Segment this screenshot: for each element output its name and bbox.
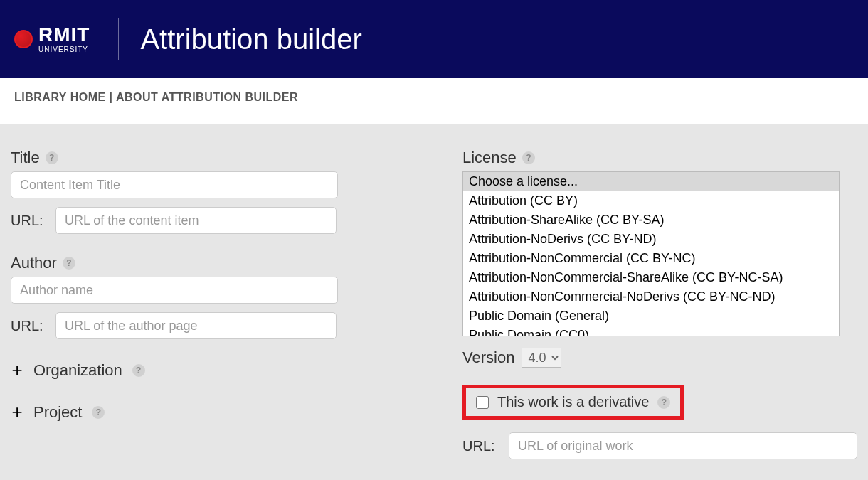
url-label: URL: (11, 213, 50, 229)
plus-icon[interactable]: + (11, 401, 23, 423)
help-icon[interactable]: ? (522, 151, 535, 164)
organization-label: Organization (33, 361, 122, 380)
license-select[interactable]: Choose a license...Attribution (CC BY)At… (462, 171, 840, 336)
plus-icon[interactable]: + (11, 359, 23, 381)
derivative-url-row: URL: (462, 432, 857, 459)
license-option[interactable]: Attribution-NoDerivs (CC BY-ND) (463, 230, 839, 249)
project-expand[interactable]: + Project ? (11, 401, 406, 423)
breadcrumb: LIBRARY HOME | ABOUT ATTRIBUTION BUILDER (0, 78, 868, 117)
logo-icon (14, 30, 33, 48)
author-url-row: URL: (11, 312, 406, 339)
version-row: Version 4.0 (462, 348, 857, 368)
derivative-checkbox-box: This work is a derivative ? (462, 385, 684, 420)
license-option[interactable]: Attribution-ShareAlike (CC BY-SA) (463, 210, 839, 230)
page-title: Attribution builder (140, 23, 361, 55)
author-label: Author (11, 254, 57, 272)
title-label: Title (11, 149, 40, 167)
project-label: Project (33, 403, 82, 422)
version-label: Version (462, 348, 514, 367)
form-area: Title ? URL: Author ? URL: + Organizatio… (0, 124, 868, 480)
url-label: URL: (462, 438, 502, 454)
logo[interactable]: RMIT UNIVERSITY (14, 25, 90, 53)
derivative-checkbox[interactable] (476, 396, 489, 409)
license-option[interactable]: Attribution-NonCommercial (CC BY-NC) (463, 249, 839, 268)
derivative-url-input[interactable] (509, 432, 857, 459)
license-option[interactable]: Attribution (CC BY) (463, 191, 839, 210)
license-label-row: License ? (462, 149, 857, 167)
help-icon[interactable]: ? (657, 396, 670, 409)
license-label: License (462, 149, 517, 167)
title-label-row: Title ? (11, 149, 406, 167)
logo-name: RMIT (38, 25, 90, 45)
title-url-row: URL: (11, 207, 406, 234)
title-input[interactable] (11, 171, 338, 198)
left-column: Title ? URL: Author ? URL: + Organizatio… (11, 149, 406, 459)
logo-sub: UNIVERSITY (38, 46, 90, 53)
breadcrumb-home-link[interactable]: LIBRARY HOME (14, 91, 106, 103)
right-column: License ? Choose a license...Attribution… (462, 149, 857, 459)
title-url-input[interactable] (55, 207, 337, 234)
header-divider (118, 18, 119, 60)
breadcrumb-about-link[interactable]: ABOUT ATTRIBUTION BUILDER (116, 91, 298, 103)
help-icon[interactable]: ? (132, 364, 145, 377)
license-option[interactable]: Attribution-NonCommercial-ShareAlike (CC… (463, 268, 839, 287)
license-option[interactable]: Choose a license... (463, 172, 839, 191)
help-icon[interactable]: ? (63, 257, 75, 270)
organization-expand[interactable]: + Organization ? (11, 359, 406, 381)
app-header: RMIT UNIVERSITY Attribution builder (0, 0, 868, 78)
license-option[interactable]: Public Domain (CC0) (463, 326, 839, 336)
license-option[interactable]: Public Domain (General) (463, 306, 839, 326)
help-icon[interactable]: ? (46, 151, 58, 164)
help-icon[interactable]: ? (92, 406, 105, 419)
breadcrumb-separator: | (106, 91, 116, 103)
author-label-row: Author ? (11, 254, 406, 272)
author-input[interactable] (11, 277, 338, 304)
logo-text: RMIT UNIVERSITY (38, 25, 90, 53)
url-label: URL: (11, 318, 50, 334)
title-section: Title ? URL: (11, 149, 406, 234)
derivative-label: This work is a derivative (497, 394, 649, 410)
author-url-input[interactable] (55, 312, 337, 339)
version-select[interactable]: 4.0 (522, 348, 561, 368)
license-option[interactable]: Attribution-NonCommercial-NoDerivs (CC B… (463, 287, 839, 306)
author-section: Author ? URL: (11, 254, 406, 339)
